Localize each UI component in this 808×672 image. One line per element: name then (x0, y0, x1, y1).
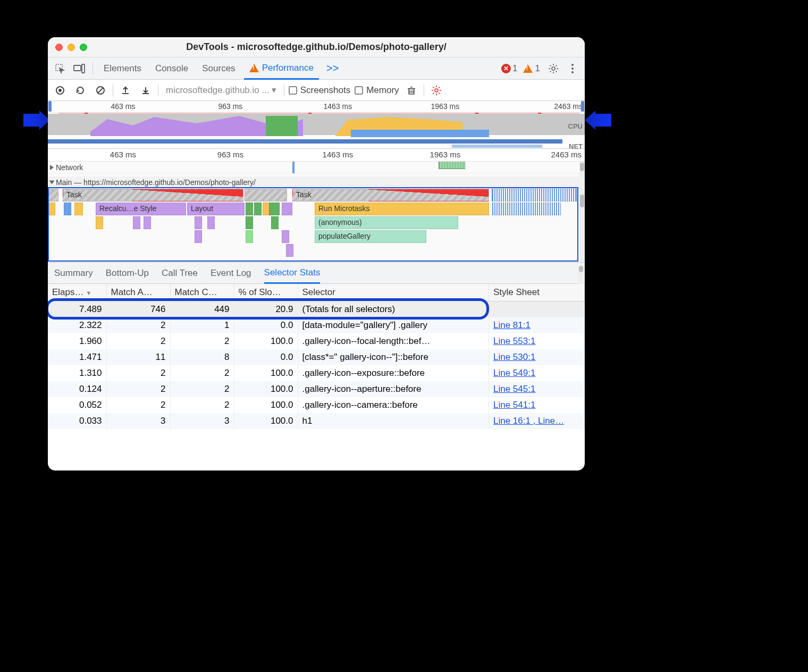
cell: .gallery-icon--exposure::before (298, 365, 489, 381)
tick-end: 2463 ms (554, 102, 583, 111)
overview-ruler: 463 ms 963 ms 1463 ms 1963 ms 2463 ms (48, 101, 585, 113)
col-match-a[interactable]: Match A… (106, 284, 170, 301)
main-track-header[interactable]: Main — https://microsoftedge.github.io/D… (48, 177, 585, 188)
annotation-arrow-right (585, 111, 611, 130)
errors-count: 1 (512, 63, 517, 74)
tab-elements[interactable]: Elements (98, 57, 147, 80)
overview-handle-left[interactable] (48, 101, 52, 112)
close-window-button[interactable] (55, 44, 63, 51)
clear-button[interactable] (92, 82, 108, 98)
svg-point-6 (571, 64, 574, 66)
tabs-overflow-button[interactable]: >> (322, 62, 343, 74)
tab-sources[interactable]: Sources (197, 57, 240, 80)
network-track-header[interactable]: Network (48, 162, 585, 173)
collect-garbage-button[interactable] (403, 82, 419, 98)
screenshots-checkbox[interactable]: Screenshots (289, 85, 351, 96)
screenshots-label: Screenshots (300, 85, 351, 96)
populate-gallery-block[interactable]: populateGallery (315, 230, 426, 243)
tab-bottom-up[interactable]: Bottom-Up (106, 263, 149, 284)
disclose-icon (50, 165, 54, 170)
tab-console[interactable]: Console (150, 57, 193, 80)
zoom-window-button[interactable] (80, 44, 87, 51)
table-row[interactable]: 7.48974644920.9(Totals for all selectors… (48, 301, 585, 318)
col-selector[interactable]: Selector (298, 284, 489, 301)
stylesheet-link[interactable]: Line 530:1 (493, 352, 535, 362)
run-microtasks-block[interactable]: Run Microtasks (315, 203, 489, 215)
table-row[interactable]: 0.03333100.0h1Line 16:1 , Line… (48, 413, 585, 429)
cell: 0.033 (48, 413, 106, 429)
table-header-row: Elaps…▼ Match A… Match C… % of Slo… Sele… (48, 284, 585, 301)
cell: 1.310 (48, 365, 106, 381)
table-row[interactable]: 0.05222100.0.gallery-icon--camera::befor… (48, 397, 585, 413)
tab-performance[interactable]: Performance (244, 57, 319, 80)
timeline-overview[interactable]: 463 ms 963 ms 1463 ms 1963 ms 2463 ms CP… (48, 101, 585, 149)
cell: 746 (106, 301, 170, 318)
tick-end: 2463 ms (551, 150, 582, 159)
task-block[interactable]: Task (292, 189, 489, 201)
anonymous-block[interactable]: (anonymous) (315, 216, 458, 229)
performance-toolbar: microsoftedge.github.io ... ▾ Screenshot… (48, 80, 585, 101)
panel-tabbar: Elements Console Sources Performance >> … (48, 57, 585, 80)
overview-handle-right[interactable] (581, 101, 584, 112)
col-stylesheet[interactable]: Style Sheet (489, 284, 585, 301)
svg-point-7 (571, 68, 574, 70)
warnings-count: 1 (535, 63, 540, 74)
capture-settings-icon[interactable] (428, 82, 444, 98)
stylesheet-link[interactable]: Line 549:1 (493, 368, 535, 378)
minimize-window-button[interactable] (68, 44, 75, 51)
inspect-icon[interactable] (52, 61, 68, 77)
cell: 100.0 (234, 413, 298, 429)
record-button[interactable] (52, 82, 68, 98)
window-titlebar: DevTools - microsoftedge.github.io/Demos… (48, 37, 585, 57)
download-button[interactable] (138, 82, 154, 98)
settings-icon[interactable] (545, 61, 561, 77)
stylesheet-cell: Line 553:1 (489, 333, 585, 349)
warnings-badge[interactable]: 1 (523, 63, 540, 74)
col-match-c[interactable]: Match C… (170, 284, 234, 301)
tab-summary[interactable]: Summary (54, 263, 93, 284)
recording-dropdown[interactable]: microsoftedge.github.io ... ▾ (163, 83, 280, 97)
reload-record-button[interactable] (72, 82, 88, 98)
tab-call-tree[interactable]: Call Tree (162, 263, 198, 284)
cell: 2 (170, 381, 234, 397)
recalc-style-block[interactable]: Recalcu…e Style (96, 203, 186, 215)
tab-event-log[interactable]: Event Log (211, 263, 251, 284)
table-row[interactable]: 0.12422100.0.gallery-icon--aperture::bef… (48, 381, 585, 397)
table-row[interactable]: 2.322210.0[data-module="gallery"] .galle… (48, 317, 585, 333)
col-pct-slow[interactable]: % of Slo… (234, 284, 298, 301)
tick: 963 ms (218, 102, 242, 111)
stylesheet-cell: Line 549:1 (489, 365, 585, 381)
tick: 1963 ms (431, 102, 460, 111)
svg-rect-4 (82, 64, 85, 73)
svg-point-10 (58, 89, 62, 92)
memory-checkbox[interactable]: Memory (355, 85, 399, 96)
flame-chart[interactable]: Network Main — https://microsoftedge.git… (48, 162, 585, 263)
stylesheet-link[interactable]: Line 545:1 (493, 384, 535, 394)
task-block[interactable]: Task (63, 189, 243, 201)
stylesheet-link[interactable]: Line 16:1 , Line… (493, 416, 564, 426)
stylesheet-cell: Line 16:1 , Line… (489, 413, 585, 429)
device-toolbar-icon[interactable] (71, 61, 87, 77)
table-row[interactable]: 1.4711180.0[class*=" gallery-icon--"]::b… (48, 349, 585, 365)
svg-point-8 (571, 71, 574, 73)
cell: 2 (106, 317, 170, 333)
cell: 2 (106, 381, 170, 397)
cell: 7.489 (48, 301, 106, 318)
cell: 2.322 (48, 317, 106, 333)
table-row[interactable]: 1.96022100.0.gallery-icon--focal-length:… (48, 333, 585, 349)
errors-badge[interactable]: ✕ 1 (501, 63, 517, 74)
cell: 2 (170, 397, 234, 413)
layout-block[interactable]: Layout (187, 203, 245, 215)
kebab-menu-icon[interactable] (565, 61, 580, 77)
stylesheet-link[interactable]: Line 553:1 (493, 336, 535, 346)
upload-button[interactable] (117, 82, 133, 98)
stylesheet-link[interactable]: Line 541:1 (493, 400, 535, 410)
cell: 8 (170, 349, 234, 365)
stylesheet-link[interactable]: Line 81:1 (493, 320, 531, 330)
cell: 0.0 (234, 317, 298, 333)
tab-selector-stats[interactable]: Selector Stats (264, 263, 321, 284)
col-elapsed[interactable]: Elaps…▼ (48, 284, 106, 301)
tick: 963 ms (217, 150, 243, 159)
table-row[interactable]: 1.31022100.0.gallery-icon--exposure::bef… (48, 365, 585, 381)
cell: 0.0 (234, 349, 298, 365)
